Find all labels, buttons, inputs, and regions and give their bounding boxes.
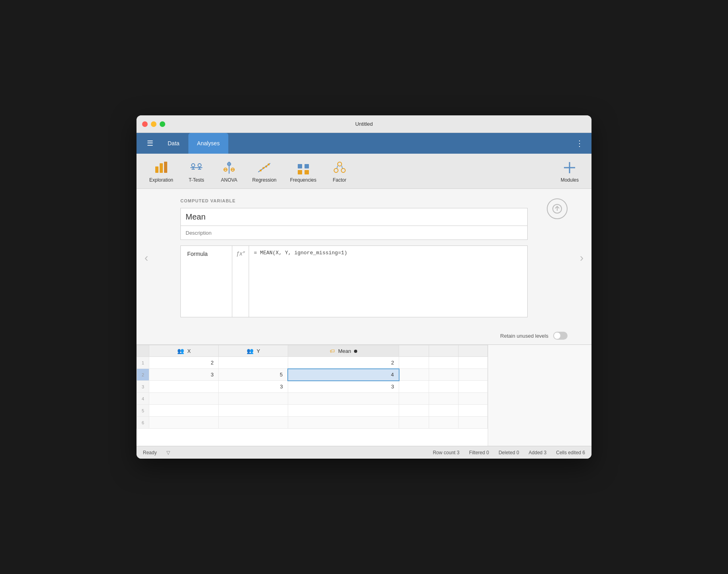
cell-e3-1[interactable] xyxy=(458,357,488,369)
svg-rect-24 xyxy=(298,170,302,174)
cell-x-1[interactable]: 2 xyxy=(149,357,219,369)
svg-rect-23 xyxy=(305,164,309,168)
cell-y-1[interactable] xyxy=(219,357,288,369)
cell-y-5[interactable] xyxy=(219,405,288,417)
mean-col-dot xyxy=(354,350,357,353)
minimize-button[interactable] xyxy=(151,121,156,127)
cell-e2-6[interactable] xyxy=(429,417,458,429)
maximize-button[interactable] xyxy=(160,121,165,127)
cell-mean-4[interactable] xyxy=(288,393,399,405)
sidebar-item-frequencies[interactable]: Frequencies xyxy=(285,156,321,186)
tab-data[interactable]: Data xyxy=(159,133,188,154)
cell-e2-3[interactable] xyxy=(429,381,458,393)
cell-y-4[interactable] xyxy=(219,393,288,405)
row-count: Row count 3 xyxy=(433,450,459,455)
row-num-header xyxy=(137,345,149,357)
cv-description-input[interactable] xyxy=(180,226,528,240)
cell-e2-5[interactable] xyxy=(429,405,458,417)
row-num-1: 1 xyxy=(137,357,149,369)
filter-icon[interactable]: ▽ xyxy=(166,450,170,455)
main-toolbar: ☰ Data Analyses ⋮ xyxy=(136,133,592,154)
status-ready: Ready xyxy=(143,450,157,455)
col-header-empty2 xyxy=(429,345,458,357)
window-controls xyxy=(142,121,165,127)
cell-e1-4[interactable] xyxy=(399,393,429,405)
filtered-count: Filtered 0 xyxy=(469,450,489,455)
retain-toggle[interactable] xyxy=(553,332,568,340)
svg-rect-0 xyxy=(155,166,158,173)
exploration-label: Exploration xyxy=(149,177,173,183)
deleted-count: Deleted 0 xyxy=(499,450,519,455)
more-options-icon[interactable]: ⋮ xyxy=(572,139,587,148)
cell-mean-5[interactable] xyxy=(288,405,399,417)
cell-e1-6[interactable] xyxy=(399,417,429,429)
formula-text[interactable]: = MEAN(X, Y, ignore_missing=1) xyxy=(249,245,528,317)
cell-y-6[interactable] xyxy=(219,417,288,429)
retain-label: Retain unused levels xyxy=(500,333,548,339)
svg-line-30 xyxy=(342,166,342,168)
cell-e2-2[interactable] xyxy=(429,369,458,381)
cell-e3-6[interactable] xyxy=(458,417,488,429)
nav-right-button[interactable]: › xyxy=(580,251,584,264)
upload-button[interactable] xyxy=(547,198,568,219)
svg-point-21 xyxy=(268,163,270,165)
regression-icon xyxy=(256,160,272,176)
cell-mean-1[interactable]: 2 xyxy=(288,357,399,369)
svg-point-19 xyxy=(263,167,265,169)
col-header-y: 👥 Y xyxy=(219,345,288,357)
cell-mean-3[interactable]: 3 xyxy=(288,381,399,393)
cell-x-4[interactable] xyxy=(149,393,219,405)
icon-toolbar: Exploration T-Tests xyxy=(136,154,592,189)
cell-y-2[interactable]: 5 xyxy=(219,369,288,381)
sidebar-item-regression[interactable]: Regression xyxy=(247,156,281,186)
data-grid-container[interactable]: 👥 X 👥 Y 🏷 Mean xyxy=(136,345,488,446)
formula-label: Formula xyxy=(180,245,232,317)
cell-e1-2[interactable] xyxy=(399,369,429,381)
svg-line-29 xyxy=(337,166,338,168)
tab-analyses[interactable]: Analyses xyxy=(188,133,229,154)
cell-e3-2[interactable] xyxy=(458,369,488,381)
cell-y-3[interactable]: 3 xyxy=(219,381,288,393)
cell-x-3[interactable] xyxy=(149,381,219,393)
svg-rect-25 xyxy=(305,170,309,174)
cell-mean-2[interactable]: 4 xyxy=(288,369,399,381)
data-grid: 👥 X 👥 Y 🏷 Mean xyxy=(136,345,488,429)
table-row: 3 3 3 xyxy=(137,381,488,393)
modules-button[interactable]: Modules xyxy=(556,156,584,186)
cell-e2-4[interactable] xyxy=(429,393,458,405)
regression-label: Regression xyxy=(252,177,277,183)
cell-x-5[interactable] xyxy=(149,405,219,417)
cell-e2-1[interactable] xyxy=(429,357,458,369)
y-col-icon: 👥 xyxy=(247,348,253,354)
cv-name-input[interactable] xyxy=(180,208,528,226)
ttests-label: T-Tests xyxy=(189,177,204,183)
fx-symbol[interactable]: ƒx ▾ xyxy=(232,245,249,317)
cell-e3-4[interactable] xyxy=(458,393,488,405)
cells-edited: Cells edited 6 xyxy=(556,450,585,455)
cell-e1-5[interactable] xyxy=(399,405,429,417)
cell-x-6[interactable] xyxy=(149,417,219,429)
sidebar-item-ttests[interactable]: T-Tests xyxy=(182,156,211,186)
sidebar-item-factor[interactable]: Factor xyxy=(325,156,354,186)
cell-e3-3[interactable] xyxy=(458,381,488,393)
cell-x-2[interactable]: 3 xyxy=(149,369,219,381)
svg-point-18 xyxy=(260,169,262,171)
sidebar-item-anova[interactable]: ANOVA xyxy=(215,156,243,186)
factor-label: Factor xyxy=(333,177,346,183)
exploration-icon xyxy=(153,160,169,176)
cell-e3-5[interactable] xyxy=(458,405,488,417)
cell-mean-6[interactable] xyxy=(288,417,399,429)
cell-e1-3[interactable] xyxy=(399,381,429,393)
close-button[interactable] xyxy=(142,121,148,127)
menu-icon[interactable]: ☰ xyxy=(141,139,159,148)
anova-label: ANOVA xyxy=(221,177,237,183)
svg-point-28 xyxy=(341,168,345,172)
nav-left-button[interactable]: ‹ xyxy=(144,251,148,264)
svg-rect-2 xyxy=(164,162,167,173)
sidebar-item-exploration[interactable]: Exploration xyxy=(144,156,178,186)
cell-e1-1[interactable] xyxy=(399,357,429,369)
row-num-4: 4 xyxy=(137,393,149,405)
data-section: 👥 X 👥 Y 🏷 Mean xyxy=(136,344,592,446)
row-num-3: 3 xyxy=(137,381,149,393)
col-header-empty1 xyxy=(399,345,429,357)
